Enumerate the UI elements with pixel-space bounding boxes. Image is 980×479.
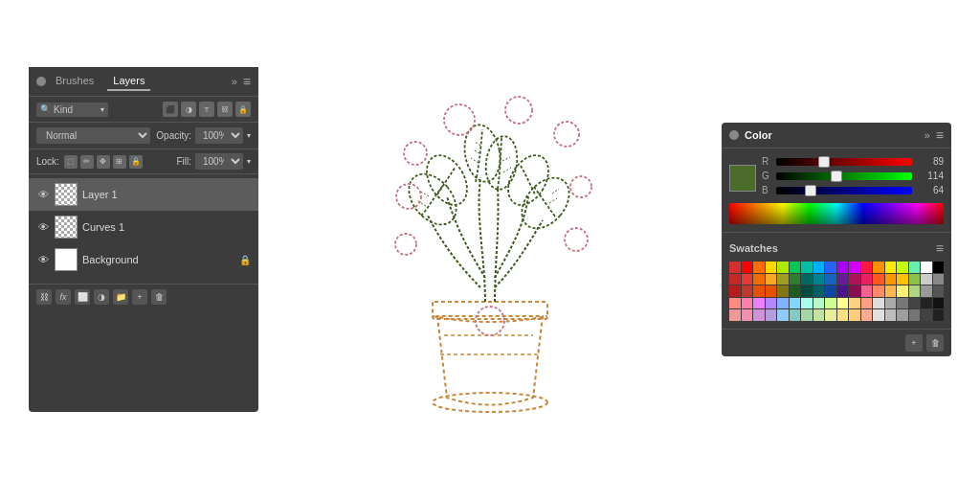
swatch[interactable] xyxy=(897,274,908,285)
r-slider-thumb[interactable] xyxy=(818,156,830,168)
b-slider-thumb[interactable] xyxy=(805,185,816,196)
swatch[interactable] xyxy=(909,262,921,273)
swatch[interactable] xyxy=(790,262,801,273)
swatch[interactable] xyxy=(777,309,789,321)
swatch[interactable] xyxy=(766,285,777,297)
lock-filter-icon[interactable]: 🔒 xyxy=(235,102,251,117)
swatch[interactable] xyxy=(909,274,921,285)
swatch[interactable] xyxy=(909,298,921,309)
swatch[interactable] xyxy=(825,298,836,309)
kind-select[interactable]: 🔍 Kind ▾ xyxy=(36,103,108,117)
layer-row[interactable]: 👁 Layer 1 xyxy=(29,178,258,211)
color-spectrum-bar[interactable] xyxy=(729,203,944,224)
layer-row[interactable]: 👁 Curves 1 xyxy=(29,211,258,243)
type-filter-icon[interactable]: T xyxy=(199,102,214,117)
b-slider-track[interactable] xyxy=(776,187,912,194)
g-slider-track[interactable] xyxy=(776,172,912,180)
swatch[interactable] xyxy=(873,309,884,321)
swatch[interactable] xyxy=(861,274,873,285)
swatch[interactable] xyxy=(897,262,908,273)
link-filter-icon[interactable]: ⛓ xyxy=(217,102,233,117)
swatch[interactable] xyxy=(885,262,897,273)
swatch[interactable] xyxy=(885,274,897,285)
swatch[interactable] xyxy=(813,285,825,297)
swatch[interactable] xyxy=(933,298,945,309)
swatch[interactable] xyxy=(885,298,897,309)
swatch[interactable] xyxy=(813,309,825,321)
swatch[interactable] xyxy=(753,285,765,297)
blend-mode-select[interactable]: Normal xyxy=(36,127,150,144)
swatch[interactable] xyxy=(777,285,789,297)
swatch[interactable] xyxy=(753,298,765,309)
swatch[interactable] xyxy=(766,309,777,321)
delete-layer-button[interactable]: 🗑 xyxy=(151,289,167,305)
swatch[interactable] xyxy=(753,262,765,273)
swatch[interactable] xyxy=(861,309,873,321)
lock-all-icon[interactable]: 🔒 xyxy=(129,155,143,169)
r-slider-track[interactable] xyxy=(776,158,912,166)
swatch[interactable] xyxy=(766,298,777,309)
adjustment-button[interactable]: ◑ xyxy=(94,289,109,305)
panel-menu-icon[interactable]: ≡ xyxy=(243,74,251,89)
swatch[interactable] xyxy=(873,285,884,297)
swatch[interactable] xyxy=(777,298,789,309)
delete-swatch-button[interactable]: 🗑 xyxy=(926,334,944,352)
swatch[interactable] xyxy=(729,309,741,321)
swatch[interactable] xyxy=(849,285,860,297)
swatch[interactable] xyxy=(729,262,741,273)
g-slider-thumb[interactable] xyxy=(831,171,842,182)
swatches-menu-icon[interactable]: ≡ xyxy=(936,240,944,256)
swatch[interactable] xyxy=(801,309,813,321)
swatch[interactable] xyxy=(813,298,825,309)
swatch[interactable] xyxy=(837,285,849,297)
swatch[interactable] xyxy=(825,309,836,321)
swatch[interactable] xyxy=(729,298,741,309)
tab-brushes[interactable]: Brushes xyxy=(50,72,100,91)
swatch[interactable] xyxy=(742,274,753,285)
lock-move-icon[interactable]: ✥ xyxy=(97,155,110,169)
swatch[interactable] xyxy=(849,298,860,309)
add-mask-button[interactable]: ⬜ xyxy=(75,289,90,305)
color-panel-menu-icon[interactable]: ≡ xyxy=(936,127,944,143)
swatch[interactable] xyxy=(742,262,753,273)
swatch[interactable] xyxy=(933,274,945,285)
swatch[interactable] xyxy=(873,298,884,309)
new-swatch-button[interactable]: + xyxy=(905,334,923,352)
swatch[interactable] xyxy=(825,274,836,285)
swatch[interactable] xyxy=(766,262,777,273)
swatch[interactable] xyxy=(897,309,908,321)
swatch[interactable] xyxy=(861,285,873,297)
swatch[interactable] xyxy=(813,274,825,285)
color-preview[interactable] xyxy=(729,165,756,192)
swatch[interactable] xyxy=(873,274,884,285)
swatch[interactable] xyxy=(909,309,921,321)
swatch[interactable] xyxy=(921,285,932,297)
swatch[interactable] xyxy=(777,262,789,273)
swatch[interactable] xyxy=(921,298,932,309)
swatch[interactable] xyxy=(801,262,813,273)
eye-icon[interactable]: 👁 xyxy=(36,253,50,266)
swatch[interactable] xyxy=(849,309,860,321)
swatch[interactable] xyxy=(861,298,873,309)
swatch[interactable] xyxy=(742,285,753,297)
swatch[interactable] xyxy=(873,262,884,273)
swatch[interactable] xyxy=(885,285,897,297)
swatch[interactable] xyxy=(933,309,945,321)
swatch[interactable] xyxy=(837,274,849,285)
swatch[interactable] xyxy=(909,285,921,297)
swatch[interactable] xyxy=(777,274,789,285)
eye-icon[interactable]: 👁 xyxy=(36,188,50,201)
eye-icon[interactable]: 👁 xyxy=(36,220,50,234)
swatch[interactable] xyxy=(897,298,908,309)
swatch[interactable] xyxy=(885,309,897,321)
fx-button[interactable]: fx xyxy=(56,289,71,305)
swatch[interactable] xyxy=(837,262,849,273)
swatch[interactable] xyxy=(837,309,849,321)
swatch[interactable] xyxy=(753,309,765,321)
swatch[interactable] xyxy=(729,274,741,285)
new-group-button[interactable]: 📁 xyxy=(113,289,128,305)
swatch[interactable] xyxy=(790,298,801,309)
swatch[interactable] xyxy=(837,298,849,309)
lock-brush-icon[interactable]: ✏ xyxy=(80,155,94,169)
swatch[interactable] xyxy=(729,285,741,297)
